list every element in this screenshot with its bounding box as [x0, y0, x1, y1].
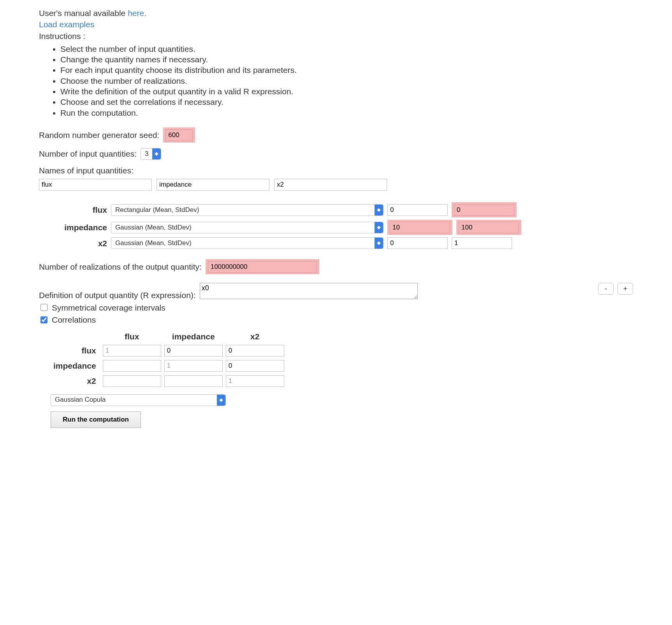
corr-cell[interactable]	[164, 345, 223, 357]
param1-input[interactable]	[387, 204, 448, 216]
param-highlight	[387, 220, 452, 235]
row-quantity-name: impedance	[51, 222, 107, 233]
quantity-name-input[interactable]	[157, 179, 269, 191]
correlations-checkbox[interactable]	[40, 316, 47, 323]
output-expression-input[interactable]	[200, 283, 418, 299]
param1-input[interactable]	[390, 222, 450, 233]
instructions-list: Select the number of input quantities. C…	[39, 44, 633, 118]
corr-col-header: flux	[102, 331, 162, 342]
num-quantities-label: Number of input quantities:	[39, 148, 137, 159]
param2-input[interactable]	[452, 237, 512, 249]
symmetrical-label: Symmetrical coverage intervals	[52, 302, 165, 313]
seed-highlight	[163, 127, 195, 143]
seed-label: Random number generator seed:	[39, 130, 159, 140]
realizations-input[interactable]	[208, 261, 317, 273]
manual-prefix: User's manual available	[39, 9, 128, 18]
corr-cell[interactable]	[103, 375, 161, 387]
corr-cell[interactable]	[164, 360, 223, 372]
row-quantity-name: x2	[51, 238, 107, 249]
load-examples-link[interactable]: Load examples	[39, 20, 94, 29]
corr-col-header: x2	[225, 331, 285, 342]
distribution-row: flux Rectangular (Mean, StdDev)	[51, 202, 633, 217]
manual-line: User's manual available here.	[39, 8, 633, 18]
quantity-name-input[interactable]	[39, 179, 152, 191]
seed-input[interactable]	[165, 129, 193, 141]
distribution-row: x2 Gaussian (Mean, StdDev)	[51, 237, 633, 249]
corr-cell[interactable]	[103, 360, 161, 372]
param-highlight	[452, 202, 517, 217]
corr-row-header: x2	[53, 374, 100, 387]
distribution-table: flux Rectangular (Mean, StdDev) impedanc…	[51, 202, 633, 249]
distribution-select[interactable]: Rectangular (Mean, StdDev)	[111, 204, 383, 216]
stepper-icon	[152, 148, 161, 159]
corr-cell[interactable]	[164, 375, 223, 387]
distribution-select[interactable]: Gaussian (Mean, StdDev)	[111, 222, 383, 233]
corr-row-header: flux	[53, 344, 100, 357]
stepper-icon	[217, 395, 225, 406]
realizations-highlight	[206, 259, 319, 274]
correlations-label: Correlations	[52, 314, 96, 325]
corr-cell[interactable]	[226, 360, 284, 372]
instruction-item: Choose the number of realizations.	[60, 76, 633, 86]
num-quantities-value: 3	[141, 149, 152, 159]
run-button[interactable]: Run the computation	[51, 411, 141, 428]
param2-input[interactable]	[459, 222, 519, 233]
names-label: Names of input quantities:	[39, 165, 633, 176]
output-def-label: Definition of output quantity (R express…	[39, 290, 196, 300]
param-highlight	[456, 220, 521, 235]
stepper-icon	[375, 205, 383, 215]
stepper-icon	[375, 222, 383, 233]
correlation-matrix: flux impedance x2 flux impedance x2 Gaus…	[51, 329, 633, 427]
add-output-button[interactable]: +	[617, 283, 633, 295]
corr-cell[interactable]	[103, 345, 161, 357]
manual-link[interactable]: here.	[128, 9, 146, 18]
instruction-item: Write the definition of the output quant…	[60, 86, 633, 97]
quantity-name-input[interactable]	[274, 179, 387, 191]
stepper-icon	[375, 238, 383, 249]
instruction-item: For each input quantity choose its distr…	[60, 65, 633, 75]
row-quantity-name: flux	[51, 205, 107, 215]
distribution-select[interactable]: Gaussian (Mean, StdDev)	[111, 237, 383, 249]
instruction-item: Run the computation.	[60, 108, 633, 118]
instruction-item: Change the quantity names if necessary.	[60, 54, 633, 65]
param1-input[interactable]	[387, 237, 448, 249]
copula-select[interactable]: Gaussian Copula	[51, 394, 226, 406]
num-quantities-select[interactable]: 3	[141, 148, 161, 160]
corr-row-header: impedance	[53, 359, 100, 372]
realizations-label: Number of realizations of the output qua…	[39, 261, 202, 272]
symmetrical-checkbox[interactable]	[40, 304, 47, 311]
param2-input[interactable]	[454, 204, 514, 216]
corr-cell[interactable]	[226, 375, 284, 387]
instruction-item: Select the number of input quantities.	[60, 44, 633, 54]
instruction-item: Choose and set the correlations if neces…	[60, 97, 633, 107]
corr-col-header: impedance	[164, 331, 223, 342]
instructions-label: Instructions :	[39, 31, 633, 41]
remove-output-button[interactable]: -	[598, 283, 614, 295]
corr-cell[interactable]	[226, 345, 284, 357]
distribution-row: impedance Gaussian (Mean, StdDev)	[51, 220, 633, 235]
